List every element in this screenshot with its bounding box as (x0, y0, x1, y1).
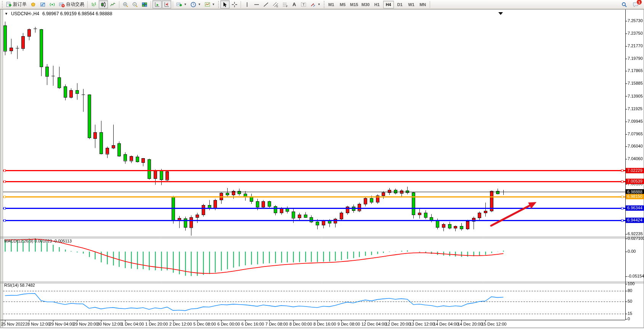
bar-chart-icon (91, 2, 97, 8)
clock-icon (190, 2, 196, 8)
auto-trading-label: 自动交易 (66, 1, 84, 8)
toolbar-grip[interactable] (2, 1, 3, 8)
search-button[interactable] (620, 0, 629, 8)
timeframe-m5-button[interactable]: M5 (337, 1, 348, 8)
vertical-line-button[interactable] (243, 0, 252, 8)
vertical-line-icon (244, 2, 250, 8)
auto-trading-button[interactable]: 自动交易 (57, 0, 86, 8)
timeframe-m15-button[interactable]: M15 (349, 1, 360, 8)
chevron-down-icon: ▼ (184, 3, 187, 6)
templates-button[interactable]: ▼ (203, 0, 217, 8)
chart-canvas[interactable] (0, 9, 644, 329)
toolbar-right: 1 (620, 0, 643, 8)
add-indicator-button[interactable]: ▼ (175, 0, 188, 8)
trendline-icon (263, 2, 269, 8)
zoom-in-icon (122, 2, 128, 8)
horizontal-line-icon (254, 2, 260, 8)
chart-shift-icon (164, 2, 170, 8)
cursor-icon (222, 2, 228, 8)
market-watch-icon (30, 2, 36, 8)
text-label-button[interactable]: T (299, 0, 308, 8)
timeframe-m30-button[interactable]: M30 (360, 1, 371, 8)
toolbar-grip[interactable] (324, 1, 324, 8)
trendline-button[interactable] (262, 0, 271, 8)
line-chart-button[interactable] (108, 0, 117, 8)
data-window-icon (40, 2, 46, 8)
separator (119, 1, 119, 8)
data-window-button[interactable] (38, 0, 47, 8)
market-watch-button[interactable] (29, 0, 38, 8)
text-label-icon: T (300, 2, 307, 8)
fibonacci-button[interactable]: F (281, 0, 290, 8)
crosshair-icon (231, 2, 238, 8)
chevron-down-icon: ▼ (318, 3, 321, 6)
toolbar-grip[interactable] (218, 1, 219, 8)
auto-trading-icon (59, 2, 65, 8)
periods-button[interactable]: ▼ (189, 0, 202, 8)
svg-text:E: E (276, 5, 278, 8)
signal-button[interactable] (48, 0, 57, 8)
separator (173, 1, 173, 8)
tile-windows-button[interactable] (140, 0, 149, 8)
separator (430, 1, 430, 8)
bar-chart-button[interactable] (89, 0, 98, 8)
templates-icon (204, 2, 210, 8)
chevron-down-icon: ▼ (212, 3, 215, 6)
arrows-button[interactable]: ▼ (308, 0, 322, 8)
community-button[interactable]: 1 (631, 0, 640, 8)
equidistant-channel-button[interactable]: E (271, 0, 280, 8)
signal-icon (49, 2, 55, 8)
chart-shift-button[interactable] (162, 0, 171, 8)
search-icon (621, 2, 627, 8)
line-chart-icon (110, 2, 116, 8)
timeframe-group: M1M5M15M30H1H4D1W1MN (326, 1, 428, 8)
separator (87, 1, 88, 8)
zoom-out-button[interactable] (130, 0, 140, 8)
svg-text:F: F (286, 5, 287, 8)
text-icon: A (292, 2, 296, 7)
notification-badge: 1 (636, 0, 642, 5)
auto-scroll-icon (154, 2, 160, 8)
separator (151, 1, 151, 8)
new-order-label: 新订单 (13, 1, 27, 8)
chart-window: ▼ USDCNH-,H4 6.98967 6.99159 6.98564 6.9… (0, 9, 644, 329)
tile-windows-icon (141, 2, 148, 8)
fibonacci-icon: F (282, 2, 288, 8)
add-indicator-icon (176, 2, 182, 8)
candlestick-button[interactable] (99, 0, 108, 8)
chevron-down-icon: ▼ (198, 3, 201, 6)
auto-scroll-button[interactable] (153, 0, 162, 8)
svg-text:T: T (302, 3, 305, 6)
timeframe-d1-button[interactable]: D1 (395, 1, 405, 8)
crosshair-button[interactable] (230, 0, 239, 8)
zoom-in-button[interactable] (121, 0, 130, 8)
timeframe-w1-button[interactable]: W1 (406, 1, 417, 8)
timeframe-h1-button[interactable]: H1 (372, 1, 382, 8)
toolbar: 新订单 自动交易 (0, 0, 644, 9)
new-order-button[interactable]: 新订单 (4, 0, 28, 8)
arrows-icon (310, 2, 316, 8)
chart-dropdown-icon[interactable]: ▼ (5, 12, 8, 16)
separator (241, 1, 241, 8)
timeframe-m1-button[interactable]: M1 (326, 1, 337, 8)
timeframe-mn-button[interactable]: MN (418, 1, 428, 8)
timeframe-h4-button[interactable]: H4 (383, 1, 394, 8)
candlestick-icon (100, 2, 106, 8)
cursor-button[interactable] (220, 0, 230, 8)
equidistant-channel-icon: E (273, 2, 279, 8)
horizontal-line-button[interactable] (252, 0, 261, 8)
new-order-icon (6, 2, 12, 8)
text-button[interactable]: A (290, 0, 299, 8)
zoom-out-icon (132, 2, 138, 8)
